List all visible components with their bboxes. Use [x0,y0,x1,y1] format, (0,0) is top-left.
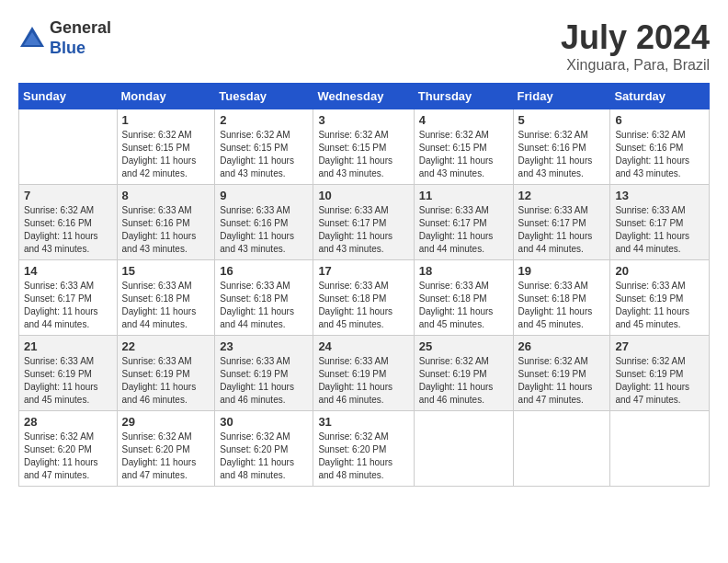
day-number: 14 [24,264,112,278]
day-info: Sunrise: 6:32 AM Sunset: 6:15 PM Dayligh… [220,129,308,180]
calendar-cell: 25Sunrise: 6:32 AM Sunset: 6:19 PM Dayli… [414,336,513,411]
day-info: Sunrise: 6:33 AM Sunset: 6:16 PM Dayligh… [220,204,308,256]
calendar-cell: 17Sunrise: 6:33 AM Sunset: 6:18 PM Dayli… [313,260,414,336]
calendar-cell: 18Sunrise: 6:33 AM Sunset: 6:18 PM Dayli… [414,260,513,336]
day-info: Sunrise: 6:33 AM Sunset: 6:18 PM Dayligh… [318,280,408,331]
calendar-cell: 13Sunrise: 6:33 AM Sunset: 6:17 PM Dayli… [610,185,710,260]
day-info: Sunrise: 6:32 AM Sunset: 6:16 PM Dayligh… [518,129,606,180]
month-title: July 2024 [561,18,710,57]
day-info: Sunrise: 6:33 AM Sunset: 6:16 PM Dayligh… [122,204,210,256]
day-number: 30 [220,415,308,429]
calendar-cell: 15Sunrise: 6:33 AM Sunset: 6:18 PM Dayli… [117,260,215,336]
col-thursday: Thursday [414,84,513,109]
day-number: 12 [518,189,606,202]
calendar-cell: 30Sunrise: 6:32 AM Sunset: 6:20 PM Dayli… [215,411,313,487]
calendar-cell: 1Sunrise: 6:32 AM Sunset: 6:15 PM Daylig… [117,109,215,185]
col-sunday: Sunday [19,84,118,109]
logo-blue-text: Blue [50,39,111,59]
col-wednesday: Wednesday [313,84,414,109]
calendar-cell: 9Sunrise: 6:33 AM Sunset: 6:16 PM Daylig… [215,185,313,260]
day-number: 23 [220,339,308,353]
day-number: 20 [615,264,704,278]
day-number: 16 [220,264,308,278]
day-info: Sunrise: 6:33 AM Sunset: 6:17 PM Dayligh… [419,204,508,256]
day-info: Sunrise: 6:32 AM Sunset: 6:15 PM Dayligh… [419,129,508,180]
day-info: Sunrise: 6:32 AM Sunset: 6:19 PM Dayligh… [518,355,606,407]
calendar-week-row: 1Sunrise: 6:32 AM Sunset: 6:15 PM Daylig… [19,109,710,185]
calendar-header-row: Sunday Monday Tuesday Wednesday Thursday… [19,84,710,109]
calendar-cell: 7Sunrise: 6:32 AM Sunset: 6:16 PM Daylig… [19,185,118,260]
day-number: 18 [419,264,508,278]
day-info: Sunrise: 6:33 AM Sunset: 6:18 PM Dayligh… [220,280,308,331]
day-number: 24 [318,339,408,353]
calendar-cell: 22Sunrise: 6:33 AM Sunset: 6:19 PM Dayli… [117,336,215,411]
day-number: 29 [122,415,210,429]
day-number: 8 [122,189,210,202]
calendar-cell: 31Sunrise: 6:32 AM Sunset: 6:20 PM Dayli… [313,411,414,487]
day-number: 11 [419,189,508,202]
calendar-cell: 24Sunrise: 6:33 AM Sunset: 6:19 PM Dayli… [313,336,414,411]
day-info: Sunrise: 6:32 AM Sunset: 6:16 PM Dayligh… [615,129,704,180]
calendar-cell: 5Sunrise: 6:32 AM Sunset: 6:16 PM Daylig… [513,109,610,185]
day-info: Sunrise: 6:32 AM Sunset: 6:15 PM Dayligh… [318,129,408,180]
location-subtitle: Xinguara, Para, Brazil [561,57,710,74]
day-info: Sunrise: 6:33 AM Sunset: 6:19 PM Dayligh… [220,355,308,407]
day-info: Sunrise: 6:32 AM Sunset: 6:16 PM Dayligh… [24,204,112,256]
day-number: 26 [518,339,606,353]
calendar-cell: 21Sunrise: 6:33 AM Sunset: 6:19 PM Dayli… [19,336,118,411]
calendar-week-row: 28Sunrise: 6:32 AM Sunset: 6:20 PM Dayli… [19,411,710,487]
day-number: 7 [24,189,112,202]
day-info: Sunrise: 6:33 AM Sunset: 6:17 PM Dayligh… [24,280,112,331]
day-info: Sunrise: 6:33 AM Sunset: 6:19 PM Dayligh… [24,355,112,407]
day-info: Sunrise: 6:33 AM Sunset: 6:18 PM Dayligh… [419,280,508,331]
day-info: Sunrise: 6:33 AM Sunset: 6:19 PM Dayligh… [122,355,210,407]
calendar-cell: 4Sunrise: 6:32 AM Sunset: 6:15 PM Daylig… [414,109,513,185]
calendar-cell: 3Sunrise: 6:32 AM Sunset: 6:15 PM Daylig… [313,109,414,185]
day-info: Sunrise: 6:33 AM Sunset: 6:19 PM Dayligh… [318,355,408,407]
col-saturday: Saturday [610,84,710,109]
calendar-cell [19,109,118,185]
day-number: 2 [220,113,308,127]
col-tuesday: Tuesday [215,84,313,109]
day-number: 31 [318,415,408,429]
day-number: 17 [318,264,408,278]
day-number: 25 [419,339,508,353]
logo-icon [18,25,46,52]
day-info: Sunrise: 6:33 AM Sunset: 6:19 PM Dayligh… [615,280,704,331]
calendar-cell: 14Sunrise: 6:33 AM Sunset: 6:17 PM Dayli… [19,260,118,336]
logo: General Blue [18,18,111,58]
day-number: 4 [419,113,508,127]
calendar-cell: 28Sunrise: 6:32 AM Sunset: 6:20 PM Dayli… [19,411,118,487]
day-info: Sunrise: 6:32 AM Sunset: 6:20 PM Dayligh… [220,431,308,482]
day-info: Sunrise: 6:32 AM Sunset: 6:20 PM Dayligh… [122,431,210,482]
calendar-week-row: 7Sunrise: 6:32 AM Sunset: 6:16 PM Daylig… [19,185,710,260]
day-info: Sunrise: 6:33 AM Sunset: 6:17 PM Dayligh… [615,204,704,256]
day-number: 27 [615,339,704,353]
calendar-cell [610,411,710,487]
day-info: Sunrise: 6:32 AM Sunset: 6:15 PM Dayligh… [122,129,210,180]
day-number: 3 [318,113,408,127]
day-info: Sunrise: 6:32 AM Sunset: 6:20 PM Dayligh… [318,431,408,482]
day-number: 28 [24,415,112,429]
logo-general-text: General [50,18,111,39]
day-number: 22 [122,339,210,353]
calendar-cell: 27Sunrise: 6:32 AM Sunset: 6:19 PM Dayli… [610,336,710,411]
calendar-cell [513,411,610,487]
calendar-cell: 6Sunrise: 6:32 AM Sunset: 6:16 PM Daylig… [610,109,710,185]
calendar-cell: 8Sunrise: 6:33 AM Sunset: 6:16 PM Daylig… [117,185,215,260]
calendar-cell: 19Sunrise: 6:33 AM Sunset: 6:18 PM Dayli… [513,260,610,336]
calendar-week-row: 14Sunrise: 6:33 AM Sunset: 6:17 PM Dayli… [19,260,710,336]
calendar-cell: 20Sunrise: 6:33 AM Sunset: 6:19 PM Dayli… [610,260,710,336]
day-number: 6 [615,113,704,127]
day-info: Sunrise: 6:32 AM Sunset: 6:19 PM Dayligh… [615,355,704,407]
day-info: Sunrise: 6:33 AM Sunset: 6:18 PM Dayligh… [122,280,210,331]
col-monday: Monday [117,84,215,109]
calendar-cell: 29Sunrise: 6:32 AM Sunset: 6:20 PM Dayli… [117,411,215,487]
calendar-table: Sunday Monday Tuesday Wednesday Thursday… [18,83,710,487]
title-block: July 2024 Xinguara, Para, Brazil [561,18,710,74]
day-info: Sunrise: 6:33 AM Sunset: 6:18 PM Dayligh… [518,280,606,331]
day-info: Sunrise: 6:33 AM Sunset: 6:17 PM Dayligh… [318,204,408,256]
calendar-cell: 12Sunrise: 6:33 AM Sunset: 6:17 PM Dayli… [513,185,610,260]
day-number: 19 [518,264,606,278]
calendar-cell: 16Sunrise: 6:33 AM Sunset: 6:18 PM Dayli… [215,260,313,336]
